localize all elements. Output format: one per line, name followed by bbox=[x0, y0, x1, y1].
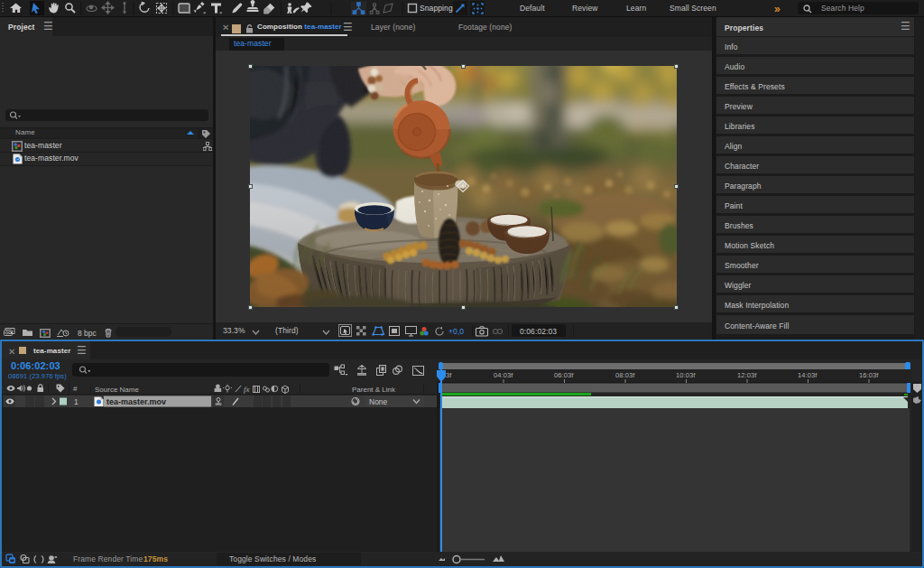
svg-text:Source Name: Source Name bbox=[95, 386, 139, 394]
svg-text:1: 1 bbox=[74, 397, 79, 406]
svg-text:Parent & Link: Parent & Link bbox=[352, 386, 396, 394]
svg-text:None: None bbox=[369, 397, 388, 406]
svg-text:fx: fx bbox=[244, 385, 250, 394]
svg-text:tea-master.mov: tea-master.mov bbox=[106, 397, 166, 406]
svg-text:#: # bbox=[73, 385, 78, 393]
svg-text:8 bpc: 8 bpc bbox=[78, 329, 97, 338]
